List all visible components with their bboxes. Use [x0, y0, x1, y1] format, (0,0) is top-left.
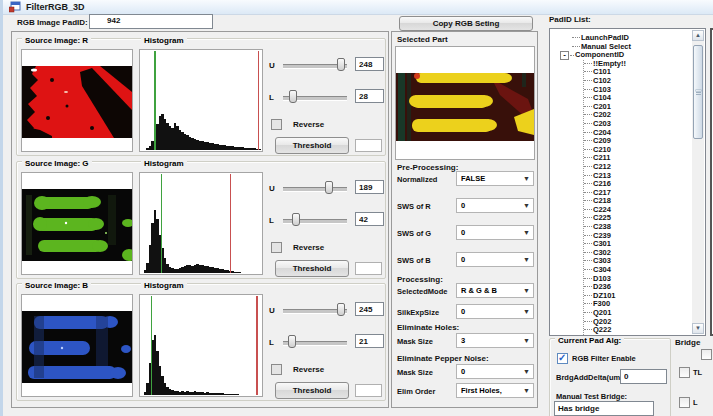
reverse-label: Reverse [293, 243, 324, 252]
field-label: SWS of R [397, 202, 431, 211]
tree-twig [572, 46, 580, 48]
rgb-filter-enable-label: RGB Filter Enable [572, 354, 636, 363]
bridge-tl-checkbox[interactable] [679, 367, 690, 378]
chevron-down-icon: ▼ [523, 337, 530, 345]
threshold-button[interactable]: Threshold [275, 382, 349, 399]
histogram-bars [141, 173, 261, 273]
tree-twig [584, 123, 592, 125]
histogram-r [139, 49, 263, 152]
collapse-minus-icon[interactable]: - [560, 51, 569, 60]
pad-id-value-box: 942 [89, 14, 213, 29]
manual-test-bridge-input[interactable] [554, 401, 654, 416]
tree-twig [584, 260, 592, 262]
tree-twig [584, 80, 592, 82]
tree-twig [584, 97, 592, 99]
upper-label: U [269, 306, 275, 315]
chevron-down-icon: ▼ [523, 202, 530, 210]
histogram-label: Histogram [141, 36, 187, 45]
brdg-add-delta-input[interactable] [620, 369, 667, 384]
field-label: SWS of B [397, 256, 431, 265]
tree-scrollbar[interactable]: ▲ ▼ [692, 30, 704, 334]
pre-processing-row: SWS of G 0 ▼ [392, 225, 537, 252]
source-image-g [22, 189, 132, 261]
mask-size-holes-dropdown[interactable]: 3 ▼ [456, 333, 534, 348]
upper-slider-thumb[interactable] [337, 303, 345, 316]
chevron-down-icon: ▼ [523, 368, 530, 376]
tree-twig [584, 200, 592, 202]
eliminate-pepper-title: Eliminate Pepper Noise: [397, 354, 489, 363]
selected-mode-dropdown[interactable]: R & G & B ▼ [456, 283, 534, 298]
reverse-label: Reverse [293, 120, 324, 129]
upper-label: U [269, 184, 275, 193]
histogram-b [139, 294, 263, 397]
tree-twig [584, 226, 592, 228]
current-pad-alg-title: Current Pad Alg: [555, 336, 624, 345]
upper-value-input[interactable] [355, 57, 384, 71]
field-dropdown[interactable]: FALSE ▼ [456, 171, 534, 186]
tree-twig [584, 132, 592, 134]
pad-id-label: RGB Image PadID: [17, 18, 88, 27]
lower-label: L [269, 93, 274, 102]
selected-mode-label: SelectedMode [397, 287, 447, 296]
threshold-button[interactable]: Threshold [275, 260, 349, 277]
upper-value-input[interactable] [355, 180, 384, 194]
upper-slider-thumb[interactable] [337, 58, 345, 71]
mask-size-holes-label: Mask Size [397, 337, 433, 346]
reverse-checkbox[interactable] [271, 242, 282, 253]
tree-twig [584, 149, 592, 151]
tree-twig [584, 157, 592, 159]
source-image-g-box [21, 172, 133, 275]
histogram-lower-line [161, 174, 163, 273]
chevron-down-icon: ▼ [523, 256, 530, 264]
field-dropdown[interactable]: 0 ▼ [456, 252, 534, 267]
scrollbar-thumb[interactable] [693, 45, 703, 139]
channel-g-title: Source Image: G [22, 159, 92, 168]
source-image-b-box [21, 294, 133, 397]
current-pad-alg-group: Current Pad Alg: RGB Filter Enable BrdgA… [549, 338, 671, 416]
upper-value-input[interactable] [355, 302, 384, 316]
rgb-filter-enable-checkbox[interactable] [557, 353, 568, 364]
lower-value-input[interactable] [355, 89, 384, 103]
tree-twig [584, 278, 592, 280]
tree-twig [584, 166, 592, 168]
reverse-checkbox[interactable] [271, 364, 282, 375]
lower-slider-thumb[interactable] [289, 90, 297, 103]
field-dropdown[interactable]: 0 ▼ [456, 198, 534, 213]
lower-slider-thumb[interactable] [288, 335, 296, 348]
reverse-checkbox[interactable] [271, 119, 282, 130]
field-dropdown[interactable]: 0 ▼ [456, 225, 534, 240]
histogram-lower-line [154, 51, 156, 150]
channel-r-group: Source Image: R Histogram [16, 38, 386, 156]
reverse-label: Reverse [293, 365, 324, 374]
elim-order-dropdown[interactable]: First Holes, ▼ [456, 383, 534, 398]
bridge-l-label: L [693, 398, 698, 407]
app-icon [9, 1, 21, 13]
tree-twig [584, 63, 592, 65]
tree-twig [584, 286, 592, 288]
lower-slider-thumb[interactable] [292, 213, 300, 226]
scroll-down-arrow-icon[interactable]: ▼ [692, 323, 704, 334]
pre-processing-row: SWS of R 0 ▼ [392, 198, 537, 225]
bridge-l-checkbox[interactable] [679, 397, 690, 408]
threshold-button[interactable]: Threshold [275, 137, 349, 154]
histogram-label: Histogram [141, 159, 187, 168]
eliminate-holes-title: Eliminate Holes: [397, 323, 459, 332]
silk-exp-size-dropdown[interactable]: 0 ▼ [456, 304, 534, 319]
mask-size-pepper-dropdown[interactable]: 0 ▼ [456, 364, 534, 379]
copy-rgb-setting-button[interactable]: Copy RGB Seting [399, 16, 533, 31]
tree-twig [584, 235, 592, 237]
scroll-up-arrow-icon[interactable]: ▲ [692, 30, 704, 41]
upper-slider-track[interactable] [283, 187, 347, 192]
upper-slider-thumb[interactable] [325, 181, 333, 194]
tree-twig [584, 114, 592, 116]
tree-twig [584, 106, 592, 108]
selected-part-label: Selected Part [397, 35, 448, 44]
lower-value-input[interactable] [355, 334, 384, 348]
bridge-partial-checkbox[interactable] [701, 349, 712, 360]
window-title: FilterRGB_3D [26, 2, 85, 12]
tree-twig [584, 321, 592, 323]
tree-twig [584, 252, 592, 254]
lower-value-input[interactable] [355, 212, 384, 226]
tree-twig [584, 217, 592, 219]
channel-g-controls: U L Reverse Threshold [267, 172, 385, 278]
